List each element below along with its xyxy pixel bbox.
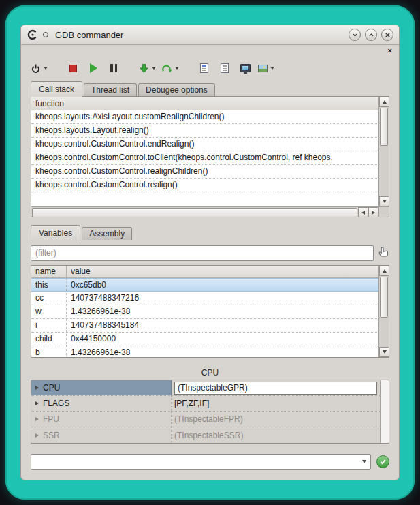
callstack-tabbar: Call stack Thread list Debugee options — [31, 80, 389, 96]
cpu-value-editor[interactable]: (TInspectableGPR) — [174, 382, 377, 395]
scroll-left-button[interactable] — [358, 207, 368, 217]
power-button[interactable] — [29, 59, 49, 77]
variables-panel: name value this 0xc65db0 cc 140737488347… — [31, 265, 389, 358]
callstack-row[interactable]: kheops.control.CustomControl.realignChil… — [31, 165, 378, 179]
tab-thread-list[interactable]: Thread list — [84, 83, 137, 96]
scroll-thumb[interactable] — [380, 108, 388, 146]
run-button[interactable] — [84, 59, 102, 77]
callstack-vscrollbar[interactable] — [378, 97, 389, 206]
variable-value: 0xc65db0 — [67, 279, 378, 291]
expander-icon[interactable] — [35, 433, 39, 438]
scroll-up-button[interactable] — [379, 266, 389, 276]
expander-icon[interactable] — [35, 386, 39, 390]
chevron-down-icon — [44, 67, 48, 70]
cpu-scroll-track[interactable] — [380, 380, 389, 443]
cpu-row-name-cell[interactable]: SSR — [31, 427, 172, 443]
power-icon — [31, 63, 41, 74]
tab-debugee-options[interactable]: Debugee options — [138, 83, 215, 96]
cpu-row[interactable]: FPU (TInspectableFPR) — [31, 412, 380, 427]
callstack-row[interactable]: kheops.layouts.Layout.realign() — [31, 124, 378, 138]
cpu-row-value-cell[interactable]: (TInspectableFPR) — [172, 412, 380, 427]
cpu-row-name-cell[interactable]: CPU — [31, 380, 172, 395]
filter-hand-icon[interactable] — [378, 246, 389, 260]
image-button[interactable] — [257, 59, 276, 77]
cpu-row-name-cell[interactable]: FPU — [31, 412, 172, 427]
cpu-row[interactable]: SSR (TInspectableSSR) — [31, 427, 380, 443]
callstack-column-header[interactable]: function — [31, 97, 378, 110]
variables-vscrollbar[interactable] — [378, 266, 389, 357]
menu-dot-icon[interactable] — [43, 32, 48, 37]
scroll-down-button[interactable] — [379, 347, 389, 357]
callstack-row[interactable]: kheops.control.CustomControl.endRealign(… — [31, 138, 378, 151]
monitor-button[interactable] — [236, 59, 254, 77]
cpu-row-value-cell[interactable]: (TInspectableGPR) — [172, 380, 380, 395]
window-title: GDB commander — [55, 30, 123, 40]
command-combobox[interactable] — [31, 454, 371, 470]
callstack-row[interactable]: kheops.control.CustomControl.realign() — [31, 179, 378, 192]
cpu-row[interactable]: FLAGS [PF,ZF,IF] — [31, 396, 380, 412]
variable-value: 140737488347216 — [67, 292, 378, 305]
scroll-track[interactable] — [379, 318, 389, 347]
cpu-row-label: FPU — [43, 414, 59, 424]
variable-value: 1.43266961e-38 — [67, 305, 378, 318]
command-input[interactable] — [31, 455, 358, 469]
variable-row[interactable]: this 0xc65db0 — [31, 278, 378, 292]
cpu-panel-title: CPU — [31, 366, 389, 380]
column-value[interactable]: value — [67, 266, 378, 277]
variable-row[interactable]: cc 140737488347216 — [31, 292, 378, 305]
variable-name: i — [31, 319, 67, 332]
variable-name: this — [31, 279, 67, 291]
callstack-row[interactable]: kheops.control.CustomControl.toClient(kh… — [31, 151, 378, 165]
stop-button[interactable] — [64, 59, 82, 77]
variable-name: cc — [31, 292, 67, 305]
variable-name: w — [31, 305, 67, 318]
variable-row[interactable]: b 1.43266961e-38 — [31, 346, 378, 357]
tab-variables[interactable]: Variables — [31, 225, 80, 241]
list-button[interactable] — [216, 59, 233, 77]
document-button[interactable] — [195, 59, 213, 77]
scroll-track[interactable] — [379, 147, 389, 196]
cpu-row-value-cell[interactable]: [PF,ZF,IF] — [172, 396, 380, 411]
gdb-commander-window: GDB commander × — [20, 25, 400, 480]
pause-button[interactable] — [105, 59, 123, 77]
scroll-thumb[interactable] — [32, 208, 357, 217]
scroll-right-button[interactable] — [368, 207, 378, 217]
variables-header: name value — [31, 266, 378, 278]
expander-icon[interactable] — [35, 401, 39, 405]
ok-button[interactable] — [376, 455, 389, 468]
variable-row[interactable]: child 0x44150000 — [31, 333, 378, 346]
image-icon — [258, 65, 268, 72]
variable-row[interactable]: i 140737488345184 — [31, 319, 378, 333]
minimize-button[interactable] — [349, 29, 361, 41]
callstack-hscrollbar[interactable] — [31, 206, 378, 217]
variable-row[interactable]: w 1.43266961e-38 — [31, 305, 378, 319]
callstack-row[interactable]: kheops.layouts.AxisLayout.customRealignC… — [31, 110, 378, 124]
expander-icon[interactable] — [35, 417, 39, 421]
scroll-up-button[interactable] — [379, 97, 389, 107]
maximize-button[interactable] — [365, 29, 377, 41]
scroll-down-button[interactable] — [379, 196, 389, 206]
chevron-down-icon — [152, 67, 156, 70]
variable-name: b — [31, 346, 67, 357]
cpu-table: CPU (TInspectableGPR) FLAGS [PF,ZF,IF] — [31, 380, 389, 444]
scroll-thumb[interactable] — [380, 277, 388, 318]
step-into-button[interactable] — [138, 59, 157, 77]
scroll-corner — [378, 206, 389, 217]
cpu-row[interactable]: CPU (TInspectableGPR) — [31, 380, 380, 396]
dock-close-icon[interactable]: × — [388, 47, 392, 54]
tab-assembly[interactable]: Assembly — [82, 227, 132, 240]
pause-icon — [110, 64, 117, 72]
close-button[interactable] — [381, 29, 393, 41]
cpu-row-value-cell[interactable]: (TInspectableSSR) — [172, 427, 380, 443]
step-over-button[interactable] — [160, 59, 180, 77]
filter-input[interactable] — [31, 245, 374, 261]
cpu-row-name-cell[interactable]: FLAGS — [31, 396, 172, 411]
command-row — [31, 453, 389, 470]
column-name[interactable]: name — [31, 266, 67, 277]
chevron-down-icon — [175, 67, 179, 70]
tab-call-stack[interactable]: Call stack — [31, 81, 82, 97]
combo-dropdown-button[interactable] — [358, 460, 370, 463]
app-icon — [27, 29, 39, 41]
variables-tabbar: Variables Assembly — [31, 224, 389, 240]
variables-rows: this 0xc65db0 cc 140737488347216 w 1.432… — [31, 278, 378, 357]
